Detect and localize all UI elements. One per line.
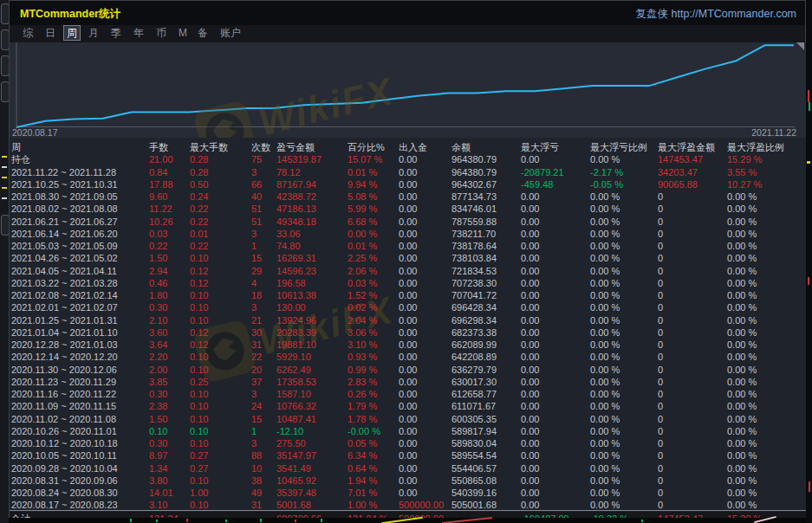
table-cell: 0.24	[190, 190, 208, 203]
table-cell: 0.00 %	[727, 388, 757, 400]
menu-item-quarter[interactable]: 季	[108, 26, 124, 40]
table-cell: 0.00 %	[727, 314, 757, 326]
column-header: 最大浮盈金额	[658, 141, 715, 153]
table-row[interactable]: 2021.03.22 ~ 2021.03.280.460.124196.580.…	[10, 277, 807, 289]
table-cell: 0	[658, 326, 663, 339]
table-cell: 589817.94	[451, 425, 497, 437]
table-cell: 0.46	[149, 277, 167, 289]
table-row[interactable]: 2020.11.23 ~ 2020.11.293.850.253717358.5…	[10, 376, 807, 388]
table-cell: 964302.67	[451, 178, 497, 190]
table-row[interactable]: 2020.08.31 ~ 2020.09.063.800.103810465.9…	[10, 475, 807, 487]
table-cell: 0	[658, 400, 663, 412]
table-cell: 3.10 %	[348, 339, 377, 351]
table-row[interactable]: 2021.04.26 ~ 2021.05.021.500.101516269.3…	[10, 252, 807, 264]
table-row[interactable]: 2021.02.01 ~ 2021.02.070.300.103130.000.…	[10, 301, 807, 313]
table-row[interactable]: 2020.11.02 ~ 2020.11.081.500.101510487.4…	[10, 413, 807, 425]
table-cell: 10766.32	[276, 400, 316, 412]
table-row[interactable]: 2020.08.24 ~ 2020.08.3014.011.004935397.…	[10, 487, 807, 499]
table-row[interactable]: 2021.06.21 ~ 2021.06.2710.260.225149348.…	[10, 216, 807, 228]
table-cell: 15	[251, 413, 262, 425]
table-row[interactable]: 2021.11.22 ~ 2021.11.280.840.28378.120.0…	[10, 166, 807, 178]
table-cell: 0.27	[190, 462, 208, 475]
menu-item-day[interactable]: 日	[42, 26, 58, 40]
table-cell: 42388.72	[276, 190, 316, 203]
table-cell: 0	[658, 437, 663, 449]
table-cell: 2020.10.26 ~ 2020.11.01	[11, 425, 117, 437]
table-cell: 6.68 %	[348, 216, 377, 228]
table-cell: 2021.02.08 ~ 2021.02.14	[11, 289, 118, 301]
table-cell: 0.00	[521, 449, 539, 462]
table-row[interactable]: 2020.11.30 ~ 2020.12.062.000.10206262.49…	[10, 364, 807, 376]
menu-item-m[interactable]: M	[176, 26, 190, 40]
table-row[interactable]: 持仓21.000.2875145319.8715.07 %0.00964380.…	[10, 153, 807, 165]
table-cell: 24	[251, 400, 262, 412]
table-cell: 0	[658, 277, 663, 289]
table-cell: 0.00 %	[590, 351, 620, 363]
table-cell: 18	[251, 289, 262, 301]
table-cell: 0.00	[399, 216, 417, 228]
table-cell: 2021.08.02 ~ 2021.08.08	[11, 203, 118, 215]
table-cell: 0	[658, 339, 663, 351]
table-cell: 0.00	[521, 388, 539, 400]
table-row[interactable]: 2020.11.09 ~ 2020.11.152.380.102410766.3…	[10, 400, 807, 412]
table-row[interactable]: 2021.04.05 ~ 2021.04.112.940.122914596.2…	[10, 265, 807, 277]
table-cell: 2020.11.02 ~ 2020.11.08	[11, 413, 116, 425]
table-row[interactable]: 2021.10.25 ~ 2021.10.3117.880.506687167.…	[10, 178, 807, 190]
table-row[interactable]: 2021.05.03 ~ 2021.05.090.220.22174.800.0…	[10, 240, 807, 252]
table-row[interactable]: 2021.08.02 ~ 2021.08.0811.220.225147186.…	[10, 203, 807, 215]
column-header: 次数	[251, 141, 270, 153]
table-cell: 0.00	[521, 153, 539, 165]
table-cell: 88	[251, 449, 262, 462]
table-row[interactable]: 2020.12.14 ~ 2020.12.202.200.10225929.10…	[10, 351, 807, 363]
table-cell: 0	[658, 462, 663, 475]
table-cell: 0.00 %	[590, 228, 620, 240]
table-cell: 630017.30	[451, 376, 497, 388]
table-cell: 0.22	[149, 240, 167, 252]
menu-item-year[interactable]: 年	[131, 26, 146, 40]
table-cell: 612658.77	[451, 388, 497, 400]
menu-item-week[interactable]: 周	[63, 25, 81, 41]
total-separator	[10, 510, 807, 511]
table-cell: 0.00	[521, 240, 539, 252]
table-cell: 0.10	[190, 388, 208, 400]
table-cell: 1.94 %	[348, 475, 377, 487]
table-row[interactable]: 2020.10.12 ~ 2020.10.180.300.103275.500.…	[10, 437, 807, 449]
equity-chart[interactable]: 2020.08.17 2021.11.22 WikiFX	[10, 42, 807, 138]
table-cell: 16269.31	[276, 252, 316, 264]
column-header: 最大手数	[190, 141, 228, 153]
table-cell: 13924.96	[276, 314, 316, 326]
table-row[interactable]: 2020.09.28 ~ 2020.10.041.340.27103541.49…	[10, 462, 807, 475]
table-row[interactable]: 2020.10.26 ~ 2020.11.010.100.101-12.10-0…	[10, 425, 807, 437]
chart-end-date: 2021.11.22	[751, 127, 796, 138]
table-cell: 0.00 %	[727, 216, 757, 228]
table-cell: 2.83 %	[348, 376, 377, 388]
table-cell: 0.00 %	[590, 190, 620, 203]
table-row[interactable]: 2021.02.08 ~ 2021.02.141.800.101810613.3…	[10, 289, 807, 301]
table-cell: 10.26	[149, 216, 173, 228]
table-cell: 0	[658, 216, 663, 228]
table-cell: 1587.10	[276, 388, 311, 400]
table-cell: 0.00 %	[727, 277, 757, 289]
table-cell: 0.00 %	[590, 252, 620, 264]
table-row[interactable]: 2020.11.16 ~ 2020.11.220.300.1031587.100…	[10, 388, 807, 400]
brand-link[interactable]: 复盘侠 http://MTCommander.com	[636, 7, 796, 22]
table-cell: 0.00	[399, 339, 417, 351]
menu-item-month[interactable]: 月	[86, 26, 101, 40]
menu-item-currency[interactable]: 币	[153, 26, 169, 40]
table-cell: 0.30	[149, 388, 167, 400]
table-row[interactable]: 2021.08.30 ~ 2021.09.059.600.244042388.7…	[10, 190, 807, 203]
menu-item-summary[interactable]: 综	[20, 26, 36, 40]
table-row[interactable]: 2021.06.14 ~ 2021.06.200.030.01333.060.0…	[10, 228, 807, 240]
table-row[interactable]: 2020.10.05 ~ 2020.10.118.970.278835147.9…	[10, 449, 807, 462]
menu-item-account[interactable]: 账户	[218, 26, 244, 40]
table-row[interactable]: 2020.12.28 ~ 2021.01.033.640.123119881.1…	[10, 339, 807, 351]
table-cell: 0.99 %	[348, 364, 377, 376]
table-cell: 0.93 %	[348, 351, 377, 363]
menu-item-note[interactable]: 备	[195, 26, 211, 40]
table-cell: 0.00	[521, 216, 539, 228]
table-cell: 0.00 %	[590, 475, 620, 487]
table-row[interactable]: 2021.01.25 ~ 2021.01.312.100.102113924.9…	[10, 314, 807, 326]
table-cell: 9.94 %	[348, 178, 377, 190]
table-row[interactable]: 2021.01.04 ~ 2021.01.103.600.123020283.3…	[10, 326, 807, 339]
table-cell: -2.17 %	[590, 166, 623, 178]
